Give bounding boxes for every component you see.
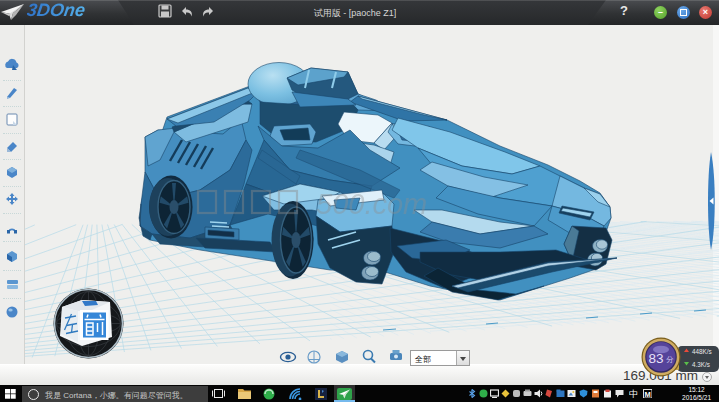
svg-text:中: 中 (629, 389, 638, 398)
svg-text:448K/s: 448K/s (692, 348, 712, 355)
svg-text:4.3K/s: 4.3K/s (692, 361, 710, 368)
svg-text:分: 分 (666, 355, 674, 364)
svg-text:83: 83 (649, 351, 664, 366)
svg-text:500.com: 500.com (316, 188, 427, 220)
svg-text:M: M (645, 390, 651, 399)
